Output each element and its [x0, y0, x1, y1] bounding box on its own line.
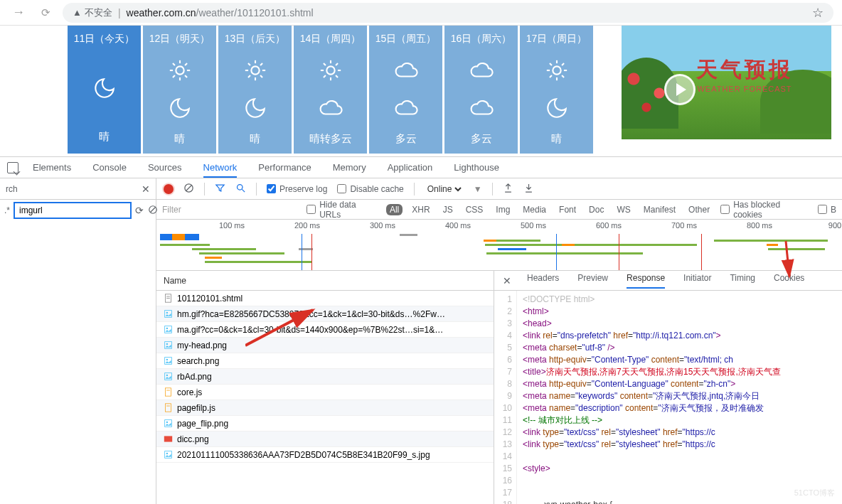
request-row[interactable]: ma.gif?cc=0&ck=1&cl=30-bit&ds=1440x900&e…: [156, 322, 494, 338]
blocked-b-checkbox[interactable]: B: [818, 205, 836, 215]
address-bar[interactable]: ▲ 不安全 | weather.com.cn/weather/101120101…: [63, 3, 833, 23]
filter-input[interactable]: [162, 203, 299, 217]
weather-date: 13日（后天）: [225, 33, 286, 45]
request-row[interactable]: pagefilp.js: [156, 400, 494, 416]
request-row[interactable]: my-head.png: [156, 338, 494, 353]
weather-card-0[interactable]: 11日（今天） 晴: [68, 26, 141, 154]
svg-point-27: [553, 66, 560, 74]
hide-data-urls-checkbox[interactable]: Hide data URLs: [307, 200, 379, 220]
timeline-tick: 500 ms: [521, 221, 546, 230]
detail-tab-timing[interactable]: Timing: [730, 273, 755, 289]
svg-line-35: [562, 63, 564, 65]
timeline-tick: 200 ms: [294, 221, 320, 230]
request-row[interactable]: 101120101.shtml: [156, 291, 494, 306]
svg-line-16: [247, 75, 250, 77]
request-row[interactable]: search.png: [156, 353, 494, 369]
weather-card-5[interactable]: 16日（周六） 多云: [444, 26, 518, 154]
cloud-icon: [319, 96, 343, 122]
close-icon[interactable]: ✕: [142, 183, 150, 195]
detail-tab-response[interactable]: Response: [627, 273, 665, 289]
timeline-overview[interactable]: 100 ms200 ms300 ms400 ms500 ms600 ms700 …: [156, 220, 842, 271]
weather-date: 12日（明天）: [149, 33, 210, 45]
filter-icon[interactable]: [215, 183, 225, 195]
blocked-cookies-checkbox[interactable]: Has blocked cookies: [720, 200, 811, 220]
filter-type-manifest[interactable]: Manifest: [640, 204, 679, 215]
request-row[interactable]: 20210111100533863​6AAA73FD2B5D074C5B8E34…: [156, 447, 494, 463]
search-input[interactable]: [14, 203, 131, 218]
weather-card-2[interactable]: 13日（后天） 晴: [218, 26, 292, 154]
devtools-tab-application[interactable]: Application: [388, 157, 433, 178]
detail-tab-cookies[interactable]: Cookies: [774, 273, 804, 289]
close-icon[interactable]: ✕: [503, 275, 511, 286]
inspect-icon[interactable]: [7, 162, 18, 173]
detail-tab-preview[interactable]: Preview: [577, 273, 608, 289]
weather-card-3[interactable]: 14日（周四） 晴转多云: [294, 26, 367, 154]
play-icon: [664, 74, 696, 105]
svg-line-14: [247, 63, 250, 65]
devtools-tab-memory[interactable]: Memory: [333, 157, 366, 178]
download-icon[interactable]: [523, 183, 534, 195]
request-row[interactable]: core.js: [156, 385, 494, 400]
preserve-log-checkbox[interactable]: Preserve log: [267, 184, 327, 194]
not-secure-badge: ▲ 不安全: [73, 6, 112, 19]
weather-date: 15日（周五）: [375, 33, 437, 45]
request-row[interactable]: page_flip.png: [156, 416, 494, 431]
throttling-select[interactable]: Online: [425, 183, 464, 195]
filter-type-all[interactable]: All: [386, 204, 403, 215]
filter-type-js[interactable]: JS: [439, 204, 457, 215]
search-pane-label: rch: [6, 184, 18, 194]
devtools-tab-elements[interactable]: Elements: [33, 157, 71, 178]
filter-type-ws[interactable]: WS: [613, 204, 634, 215]
svg-line-24: [336, 75, 338, 77]
svg-point-18: [326, 66, 334, 74]
devtools-tab-console[interactable]: Console: [92, 157, 127, 178]
svg-point-52: [166, 343, 168, 345]
request-row[interactable]: rbAd.png: [156, 369, 494, 385]
weather-desc: 晴: [250, 132, 260, 146]
devtools-tab-lighthouse[interactable]: Lighthouse: [454, 157, 499, 178]
filter-type-media[interactable]: Media: [519, 204, 550, 215]
forward-icon[interactable]: →: [9, 3, 28, 23]
filter-type-img[interactable]: Img: [492, 204, 513, 215]
svg-line-33: [562, 75, 564, 77]
timeline-tick: 600 ms: [596, 221, 622, 230]
record-button[interactable]: [164, 184, 174, 194]
devtools-tab-sources[interactable]: Sources: [148, 157, 182, 178]
file-icon: [164, 325, 173, 334]
weather-card-4[interactable]: 15日（周五） 多云: [369, 26, 442, 154]
refresh-icon[interactable]: ⟳: [135, 205, 144, 216]
cloud-icon: [469, 96, 494, 122]
filter-type-font[interactable]: Font: [555, 204, 580, 215]
disable-cache-checkbox[interactable]: Disable cache: [337, 184, 403, 194]
name-column-header[interactable]: Name: [156, 271, 494, 291]
video-banner[interactable]: 天气预报 WEATHER FORECAST: [622, 26, 831, 139]
request-row[interactable]: hm.gif?hca=E8285667DC538078&cc=1&ck=1&cl…: [156, 306, 494, 322]
filter-type-doc[interactable]: Doc: [585, 204, 607, 215]
weather-date: 11日（今天）: [74, 33, 135, 45]
devtools-tab-network[interactable]: Network: [203, 157, 238, 178]
reload-icon[interactable]: ⟳: [36, 3, 55, 23]
detail-tab-initiator[interactable]: Initiator: [683, 273, 711, 289]
request-row[interactable]: dicc.png: [156, 431, 494, 447]
svg-point-50: [166, 328, 168, 329]
cloud-icon: [469, 58, 494, 85]
bookmark-icon[interactable]: ☆: [812, 5, 824, 21]
weather-date: 16日（周六）: [451, 33, 512, 45]
upload-icon[interactable]: [503, 183, 513, 195]
filter-type-xhr[interactable]: XHR: [408, 204, 433, 215]
banner-title-en: WEATHER FORECAST: [696, 85, 793, 93]
moon-icon: [168, 96, 192, 122]
timeline-tick: 900: [828, 221, 841, 230]
devtools-tab-performance[interactable]: Performance: [258, 157, 311, 178]
timeline-tick: 800 ms: [747, 221, 772, 230]
detail-tab-headers[interactable]: Headers: [527, 273, 559, 289]
svg-line-41: [242, 189, 245, 192]
weather-card-6[interactable]: 17日（周日） 晴: [520, 26, 593, 154]
filter-type-css[interactable]: CSS: [462, 204, 487, 215]
clear-icon[interactable]: [183, 183, 194, 195]
regex-mode[interactable]: .*: [4, 205, 10, 215]
weather-card-1[interactable]: 12日（明天） 晴: [143, 26, 216, 154]
filter-type-other[interactable]: Other: [685, 204, 713, 215]
search-icon[interactable]: [235, 183, 246, 195]
moon-icon: [545, 96, 569, 122]
